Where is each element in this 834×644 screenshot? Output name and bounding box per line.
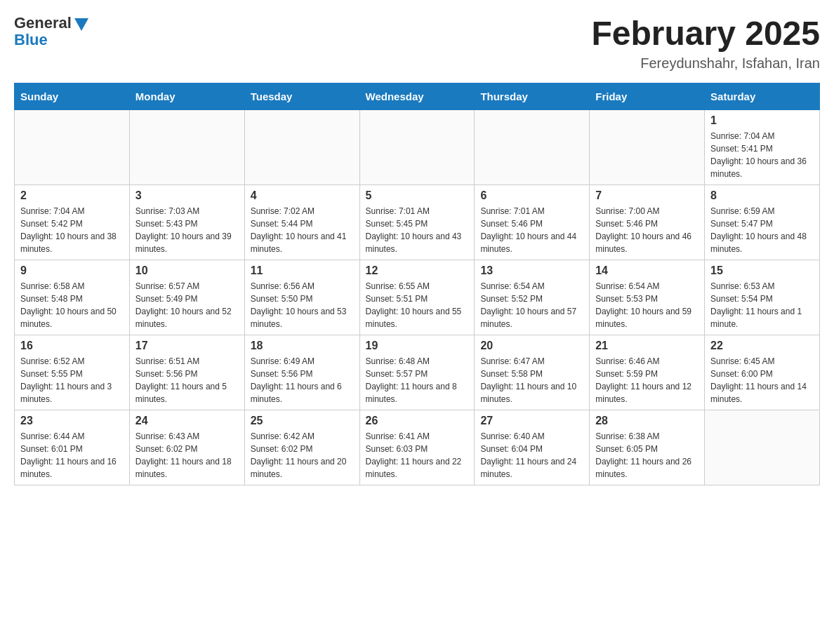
day-number: 18 xyxy=(251,340,354,352)
day-info: Sunrise: 6:56 AMSunset: 5:50 PMDaylight:… xyxy=(251,280,354,330)
day-number: 5 xyxy=(366,189,469,202)
day-header-friday: Friday xyxy=(590,83,705,110)
day-number: 25 xyxy=(251,415,354,427)
day-info: Sunrise: 6:54 AMSunset: 5:52 PMDaylight:… xyxy=(480,280,583,330)
day-number: 21 xyxy=(595,340,699,352)
calendar-week-5: 23Sunrise: 6:44 AMSunset: 6:01 PMDayligh… xyxy=(15,410,820,485)
day-number: 3 xyxy=(135,189,239,202)
calendar-cell: 4Sunrise: 7:02 AMSunset: 5:44 PMDaylight… xyxy=(244,185,359,260)
day-info: Sunrise: 6:40 AMSunset: 6:04 PMDaylight:… xyxy=(480,430,583,481)
calendar-cell: 1Sunrise: 7:04 AMSunset: 5:41 PMDaylight… xyxy=(705,110,820,185)
day-number: 10 xyxy=(135,264,239,277)
day-number: 2 xyxy=(20,189,124,202)
day-number: 16 xyxy=(20,340,124,352)
day-number: 26 xyxy=(366,415,469,427)
logo-blue-text: Blue xyxy=(14,31,48,49)
calendar-cell: 25Sunrise: 6:42 AMSunset: 6:02 PMDayligh… xyxy=(244,410,359,485)
calendar-cell: 17Sunrise: 6:51 AMSunset: 5:56 PMDayligh… xyxy=(129,335,244,410)
day-number: 28 xyxy=(595,415,699,427)
day-info: Sunrise: 6:49 AMSunset: 5:56 PMDaylight:… xyxy=(251,355,354,405)
logo-triangle-icon xyxy=(74,18,88,31)
day-info: Sunrise: 6:55 AMSunset: 5:51 PMDaylight:… xyxy=(366,280,469,330)
calendar-cell xyxy=(15,110,130,185)
day-info: Sunrise: 6:38 AMSunset: 6:05 PMDaylight:… xyxy=(595,430,699,481)
day-info: Sunrise: 6:41 AMSunset: 6:03 PMDaylight:… xyxy=(366,430,469,481)
calendar-cell: 23Sunrise: 6:44 AMSunset: 6:01 PMDayligh… xyxy=(15,410,130,485)
calendar-header: SundayMondayTuesdayWednesdayThursdayFrid… xyxy=(15,83,820,110)
day-header-wednesday: Wednesday xyxy=(359,83,475,110)
calendar-cell: 19Sunrise: 6:48 AMSunset: 5:57 PMDayligh… xyxy=(359,335,475,410)
calendar-cell: 8Sunrise: 6:59 AMSunset: 5:47 PMDaylight… xyxy=(705,185,820,260)
calendar-cell: 6Sunrise: 7:01 AMSunset: 5:46 PMDaylight… xyxy=(475,185,590,260)
logo: General Blue xyxy=(14,14,88,49)
calendar-week-4: 16Sunrise: 6:52 AMSunset: 5:55 PMDayligh… xyxy=(15,335,820,410)
calendar-cell: 21Sunrise: 6:46 AMSunset: 5:59 PMDayligh… xyxy=(590,335,705,410)
calendar-body: 1Sunrise: 7:04 AMSunset: 5:41 PMDaylight… xyxy=(15,110,820,485)
day-number: 24 xyxy=(135,415,239,427)
day-info: Sunrise: 7:03 AMSunset: 5:43 PMDaylight:… xyxy=(135,205,239,255)
calendar-cell xyxy=(475,110,590,185)
calendar-cell xyxy=(705,410,820,485)
calendar-cell: 10Sunrise: 6:57 AMSunset: 5:49 PMDayligh… xyxy=(129,260,244,335)
calendar-cell: 15Sunrise: 6:53 AMSunset: 5:54 PMDayligh… xyxy=(705,260,820,335)
calendar-cell: 20Sunrise: 6:47 AMSunset: 5:58 PMDayligh… xyxy=(475,335,590,410)
day-info: Sunrise: 6:57 AMSunset: 5:49 PMDaylight:… xyxy=(135,280,239,330)
day-info: Sunrise: 6:52 AMSunset: 5:55 PMDaylight:… xyxy=(20,355,124,405)
calendar-cell: 14Sunrise: 6:54 AMSunset: 5:53 PMDayligh… xyxy=(590,260,705,335)
calendar-week-3: 9Sunrise: 6:58 AMSunset: 5:48 PMDaylight… xyxy=(15,260,820,335)
calendar-cell: 18Sunrise: 6:49 AMSunset: 5:56 PMDayligh… xyxy=(244,335,359,410)
day-number: 27 xyxy=(480,415,583,427)
day-number: 13 xyxy=(480,264,583,277)
calendar-cell xyxy=(244,110,359,185)
day-number: 12 xyxy=(366,264,469,277)
day-info: Sunrise: 6:44 AMSunset: 6:01 PMDaylight:… xyxy=(20,430,124,481)
day-header-monday: Monday xyxy=(129,83,244,110)
calendar-cell: 13Sunrise: 6:54 AMSunset: 5:52 PMDayligh… xyxy=(475,260,590,335)
day-info: Sunrise: 6:43 AMSunset: 6:02 PMDaylight:… xyxy=(135,430,239,481)
page-subtitle: Fereydunshahr, Isfahan, Iran xyxy=(591,55,820,72)
day-info: Sunrise: 6:48 AMSunset: 5:57 PMDaylight:… xyxy=(366,355,469,405)
calendar-table: SundayMondayTuesdayWednesdayThursdayFrid… xyxy=(14,83,820,485)
day-number: 11 xyxy=(251,264,354,277)
calendar-cell: 28Sunrise: 6:38 AMSunset: 6:05 PMDayligh… xyxy=(590,410,705,485)
day-number: 7 xyxy=(595,189,699,202)
logo-general-text: General xyxy=(14,14,72,32)
day-info: Sunrise: 6:42 AMSunset: 6:02 PMDaylight:… xyxy=(251,430,354,481)
day-header-tuesday: Tuesday xyxy=(244,83,359,110)
day-number: 20 xyxy=(480,340,583,352)
day-number: 14 xyxy=(595,264,699,277)
day-number: 17 xyxy=(135,340,239,352)
day-info: Sunrise: 7:01 AMSunset: 5:46 PMDaylight:… xyxy=(480,205,583,255)
calendar-cell: 12Sunrise: 6:55 AMSunset: 5:51 PMDayligh… xyxy=(359,260,475,335)
day-number: 9 xyxy=(20,264,124,277)
day-info: Sunrise: 6:51 AMSunset: 5:56 PMDaylight:… xyxy=(135,355,239,405)
day-info: Sunrise: 6:47 AMSunset: 5:58 PMDaylight:… xyxy=(480,355,583,405)
day-number: 22 xyxy=(710,340,814,352)
day-info: Sunrise: 7:01 AMSunset: 5:45 PMDaylight:… xyxy=(366,205,469,255)
day-info: Sunrise: 7:04 AMSunset: 5:42 PMDaylight:… xyxy=(20,205,124,255)
calendar-cell: 26Sunrise: 6:41 AMSunset: 6:03 PMDayligh… xyxy=(359,410,475,485)
calendar-cell: 9Sunrise: 6:58 AMSunset: 5:48 PMDaylight… xyxy=(15,260,130,335)
day-header-thursday: Thursday xyxy=(475,83,590,110)
day-info: Sunrise: 6:45 AMSunset: 6:00 PMDaylight:… xyxy=(710,355,814,405)
day-number: 1 xyxy=(710,114,814,127)
day-number: 23 xyxy=(20,415,124,427)
calendar-cell xyxy=(359,110,475,185)
day-number: 4 xyxy=(251,189,354,202)
day-number: 15 xyxy=(710,264,814,277)
calendar-cell: 22Sunrise: 6:45 AMSunset: 6:00 PMDayligh… xyxy=(705,335,820,410)
day-info: Sunrise: 6:53 AMSunset: 5:54 PMDaylight:… xyxy=(710,280,814,330)
calendar-cell: 5Sunrise: 7:01 AMSunset: 5:45 PMDaylight… xyxy=(359,185,475,260)
day-info: Sunrise: 6:59 AMSunset: 5:47 PMDaylight:… xyxy=(710,205,814,255)
calendar-cell xyxy=(129,110,244,185)
day-info: Sunrise: 6:58 AMSunset: 5:48 PMDaylight:… xyxy=(20,280,124,330)
day-info: Sunrise: 7:02 AMSunset: 5:44 PMDaylight:… xyxy=(251,205,354,255)
day-number: 8 xyxy=(710,189,814,202)
day-header-row: SundayMondayTuesdayWednesdayThursdayFrid… xyxy=(15,83,820,110)
day-info: Sunrise: 7:00 AMSunset: 5:46 PMDaylight:… xyxy=(595,205,699,255)
calendar-cell xyxy=(590,110,705,185)
calendar-cell: 16Sunrise: 6:52 AMSunset: 5:55 PMDayligh… xyxy=(15,335,130,410)
day-info: Sunrise: 6:46 AMSunset: 5:59 PMDaylight:… xyxy=(595,355,699,405)
calendar-cell: 7Sunrise: 7:00 AMSunset: 5:46 PMDaylight… xyxy=(590,185,705,260)
calendar-week-1: 1Sunrise: 7:04 AMSunset: 5:41 PMDaylight… xyxy=(15,110,820,185)
